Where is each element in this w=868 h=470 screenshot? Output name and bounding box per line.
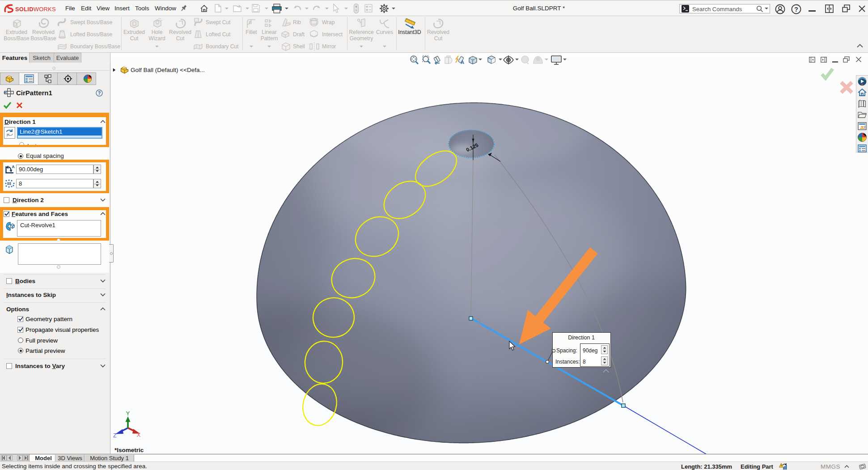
svg-text:A: A: [12, 165, 15, 169]
svg-text:?: ?: [794, 6, 798, 13]
svg-text:A: A: [461, 59, 464, 65]
svg-text:Z: Z: [113, 432, 117, 439]
svg-text:X: X: [137, 432, 141, 438]
svg-text:*Isometric: *Isometric: [114, 447, 144, 453]
svg-text:?: ?: [98, 90, 101, 96]
svg-text:SOLIDWORKS: SOLIDWORKS: [15, 6, 56, 13]
